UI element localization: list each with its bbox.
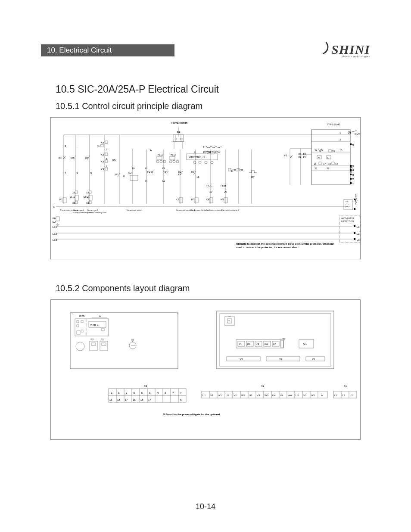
svg-text:3: 3 [352,174,354,176]
svg-text:Compressor1: Compressor1 [73,209,84,211]
svg-text:2: 2 [339,138,341,141]
svg-rect-102 [105,168,108,170]
svg-text:F1: F1 [284,154,288,157]
svg-text:X3: X3 [101,153,104,156]
svg-rect-161 [89,191,91,193]
svg-text:5: 5 [77,171,78,174]
svg-text:6: 6 [352,143,354,146]
svg-rect-93 [101,144,103,147]
svg-rect-11 [350,143,352,145]
svg-text:K3: K3 [191,198,195,201]
control-circuit-diagram: TYPE:SI-47 OUT 6 5 4 3 2 1 PCB 1 2 15 S4… [50,117,361,259]
type-label: TYPE:SI-47 [327,123,340,126]
svg-text:16: 16 [314,162,317,165]
page-number: 10-14 [0,502,411,511]
svg-text:S1: S1 [101,338,104,341]
svg-point-124 [173,160,175,163]
svg-text:N: N [141,392,143,394]
svg-text:1: 1 [339,132,341,134]
svg-text:N: N [321,394,323,397]
svg-text:F5: F5 [221,184,224,187]
svg-rect-213 [77,325,79,327]
svg-text:E: E [231,170,233,172]
svg-text:+1: +1 [109,392,113,394]
heading-level-3: 10.5.1 Control circuit principle diagram [56,101,370,111]
svg-text:10: 10 [132,167,135,170]
svg-text:S2: S2 [128,171,132,174]
svg-line-233 [177,313,178,314]
svg-text:21: 21 [314,167,318,170]
svg-text:W1: W1 [218,394,222,397]
svg-text:X3: X3 [240,358,243,361]
svg-rect-216 [81,330,83,332]
svg-text:X3: X3 [72,202,75,204]
svg-text:W2: W2 [241,394,246,397]
svg-text:L13: L13 [53,239,57,241]
svg-text:HL12: HL12 [171,153,176,156]
svg-text:_: _ [76,145,78,147]
svg-rect-226 [102,343,106,345]
svg-text:WT012T1RD／3: WT012T1RD／3 [189,156,205,159]
svg-text:X1: X1 [344,385,347,387]
svg-text:T: T [203,146,205,148]
svg-rect-188 [354,199,355,200]
svg-text:L2: L2 [357,233,360,235]
svg-text:L12: L12 [53,233,57,235]
svg-point-121 [160,160,162,163]
svg-text:PCB: PCB [349,166,353,173]
heading-level-2: 10.5 SIC-20A/25A-P Electrical Circuit [56,84,370,95]
svg-text:20: 20 [224,190,227,193]
svg-text:S3: S3 [97,144,101,147]
svg-text:6: 6 [90,171,92,174]
svg-rect-108 [130,175,138,180]
svg-text:22: 22 [327,167,330,170]
svg-text:K5: K5 [221,198,224,201]
logo-swoosh-icon [318,42,331,55]
svg-rect-150 [237,168,240,171]
svg-text:L3: L3 [357,239,360,241]
svg-text:X2: X2 [261,385,265,387]
svg-text:12: 12 [145,180,148,183]
svg-rect-43 [332,162,334,165]
page-header: 10. Electrical Circuit SHINI plastics te… [41,43,370,58]
svg-text:EH2: EH2 [84,196,89,198]
svg-text:S4: S4 [314,149,317,152]
svg-rect-201 [354,232,355,234]
svg-text:W4: W4 [288,394,292,397]
svg-rect-190 [56,217,59,221]
svg-text:U5: U5 [296,394,299,397]
svg-text:16: 16 [133,398,136,401]
svg-text:EH1: EH1 [70,196,75,198]
svg-text:13: 13 [178,173,181,176]
svg-rect-214 [77,331,80,334]
svg-rect-157 [75,195,78,200]
svg-text:X3: X3 [101,168,104,171]
svg-text:F3: F3 [163,171,166,173]
svg-text:7: 7 [106,148,108,151]
svg-text:HL11: HL11 [158,153,163,156]
svg-text:5: 5 [134,392,135,394]
svg-text:15: 15 [339,149,342,152]
svg-text:X1: X1 [312,358,315,361]
svg-text:Q1: Q1 [131,339,135,342]
svg-rect-259 [306,357,325,361]
brand-logo: SHINI plastics technologies [321,43,370,58]
svg-text:-2: -2 [125,392,128,394]
svg-text:①: ① [194,151,196,153]
svg-rect-257 [266,357,300,361]
svg-text:F4、F5: F4、F5 [299,156,306,159]
svg-text:X3: X3 [332,150,335,152]
svg-text:K2: K2 [71,157,74,159]
svg-rect-255 [227,357,260,361]
svg-text:Compressor switch: Compressor switch [127,209,142,211]
svg-text:L: L [327,156,329,159]
svg-text:Fan motor contactor 2: Fan motor contactor 2 [221,209,240,211]
svg-text:V4: V4 [280,394,283,397]
svg-text:K3: K3 [256,343,259,345]
coils: K1 X3 EH1 X3 X3 EH2 X3 K2 K3 K4 K5 [59,191,227,204]
svg-text:17: 17 [148,398,151,401]
svg-text:U3: U3 [249,394,252,397]
svg-rect-153 [63,198,66,203]
svg-text:L2: L2 [342,394,345,397]
svg-text:19: 19 [209,190,212,193]
